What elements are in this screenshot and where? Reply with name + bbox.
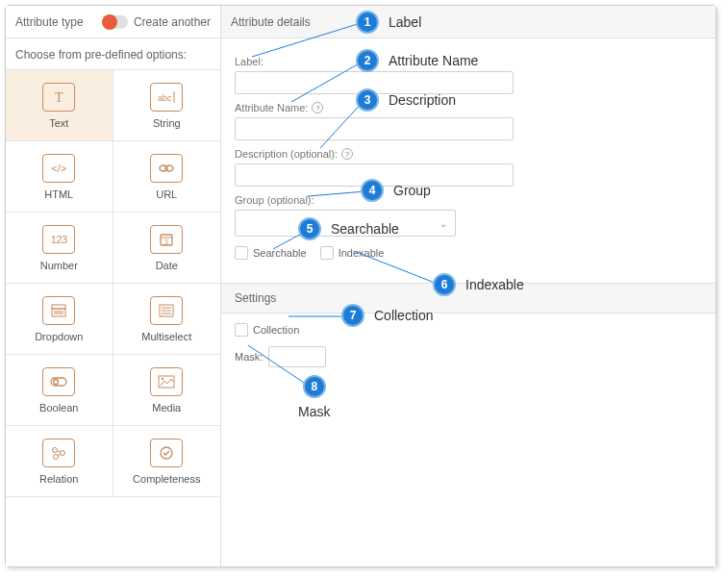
type-label: URL [156, 188, 177, 200]
type-string[interactable]: abc String [113, 70, 221, 141]
date-icon: 3 [150, 225, 183, 254]
svg-point-22 [54, 454, 59, 459]
media-icon [150, 367, 183, 396]
url-icon [150, 154, 183, 183]
badge-2: 2 [356, 49, 379, 72]
type-boolean[interactable]: Boolean [6, 355, 113, 426]
completeness-icon [150, 439, 183, 467]
type-label: Multiselect [141, 331, 191, 342]
type-dropdown[interactable]: Dropdown [6, 284, 113, 355]
badge-8: 8 [303, 375, 326, 398]
checkbox-icon [320, 246, 334, 260]
multiselect-icon [150, 296, 183, 325]
type-media[interactable]: Media [113, 355, 221, 426]
chevron-down-icon: ⌄ [439, 218, 447, 229]
string-icon: abc [150, 83, 183, 112]
type-completeness[interactable]: Completeness [113, 426, 221, 497]
callout-4: 4 Group [361, 179, 431, 202]
svg-point-20 [53, 447, 58, 452]
callout-6-label: Indexable [465, 277, 524, 292]
help-icon[interactable]: ? [312, 102, 323, 113]
svg-rect-9 [52, 309, 65, 316]
number-icon: 123 [42, 225, 75, 254]
type-relation[interactable]: Relation [6, 426, 113, 497]
check-row: Searchable Indexable [235, 246, 702, 260]
dropdown-icon [42, 296, 75, 325]
callout-5-label: Searchable [331, 221, 399, 237]
callout-4-label: Group [393, 183, 431, 198]
mask-input[interactable] [268, 346, 326, 367]
callout-8-label: Mask [298, 404, 330, 419]
mask-label: Mask: [235, 351, 263, 363]
left-panel: Attribute type Create another Choose fro… [6, 6, 221, 566]
text-icon: T [42, 83, 75, 112]
callout-7-label: Collection [374, 308, 433, 323]
details-title: Attribute details [231, 15, 311, 29]
svg-rect-8 [52, 305, 65, 309]
description-label: Description (optional):? [235, 148, 702, 160]
type-date[interactable]: 3 Date [113, 213, 221, 284]
type-label: Number [40, 260, 78, 271]
svg-point-19 [162, 377, 163, 379]
svg-point-25 [161, 447, 172, 459]
indexable-check[interactable]: Indexable [320, 246, 385, 260]
type-url[interactable]: URL [113, 141, 221, 213]
help-icon[interactable]: ? [341, 148, 353, 160]
settings-body: Collection Mask: [221, 314, 715, 377]
attribute-type-title: Attribute type [15, 15, 84, 29]
svg-line-23 [57, 451, 61, 452]
type-label: Date [156, 260, 178, 271]
type-text[interactable]: T Text [6, 70, 113, 141]
type-label: HTML [44, 188, 73, 200]
callout-3-label: Description [389, 92, 456, 108]
callout-1-label: Label [389, 14, 421, 30]
svg-text:abc: abc [158, 93, 172, 103]
type-html[interactable]: </> HTML [6, 141, 113, 213]
callout-6: 6 Indexable [433, 273, 524, 296]
svg-point-17 [54, 379, 59, 384]
svg-text:3: 3 [164, 238, 168, 245]
predefined-label: Choose from pre-defined options: [6, 38, 220, 69]
checkbox-icon [235, 246, 248, 260]
type-label: Dropdown [35, 331, 83, 342]
badge-5: 5 [298, 217, 321, 240]
type-label: String [153, 117, 181, 129]
create-another-label: Create another [134, 15, 211, 29]
attr-name-input[interactable] [235, 117, 514, 140]
mask-row: Mask: [235, 346, 702, 367]
badge-6: 6 [433, 273, 456, 296]
badge-3: 3 [356, 88, 379, 112]
type-grid: T Text abc String </> HTML URL 123 Numbe… [6, 69, 220, 497]
callout-2-label: Attribute Name [389, 53, 478, 68]
details-header: Attribute details [221, 6, 715, 38]
type-label: Text [49, 117, 68, 129]
html-icon: </> [42, 154, 75, 183]
create-another-wrap: Create another [103, 15, 211, 29]
badge-4: 4 [361, 179, 384, 202]
callout-7: 7 Collection [341, 304, 433, 327]
left-header: Attribute type Create another [6, 6, 220, 38]
type-multiselect[interactable]: Multiselect [113, 284, 221, 355]
boolean-icon [42, 367, 75, 396]
relation-icon [42, 439, 75, 467]
svg-point-4 [165, 165, 173, 171]
type-label: Relation [39, 473, 78, 485]
callout-2: 2 Attribute Name [356, 49, 478, 72]
form-area: Label: Attribute Name:? Description (opt… [221, 38, 715, 269]
badge-1: 1 [356, 11, 379, 34]
type-label: Media [152, 402, 181, 414]
attr-name-label: Attribute Name:? [235, 102, 702, 113]
type-label: Boolean [39, 402, 78, 414]
type-label: Completeness [133, 473, 200, 485]
callout-3: 3 Description [356, 88, 456, 112]
group-label: Group (optional): [235, 194, 702, 206]
create-another-toggle[interactable] [103, 15, 128, 29]
collection-check[interactable]: Collection [235, 323, 702, 337]
callout-1: 1 Label [356, 11, 421, 34]
type-number[interactable]: 123 Number [6, 213, 113, 284]
callout-5: 5 Searchable [298, 217, 399, 240]
svg-point-21 [61, 450, 65, 455]
checkbox-icon [235, 323, 248, 337]
searchable-check[interactable]: Searchable [235, 246, 307, 260]
svg-text:T: T [55, 90, 63, 105]
